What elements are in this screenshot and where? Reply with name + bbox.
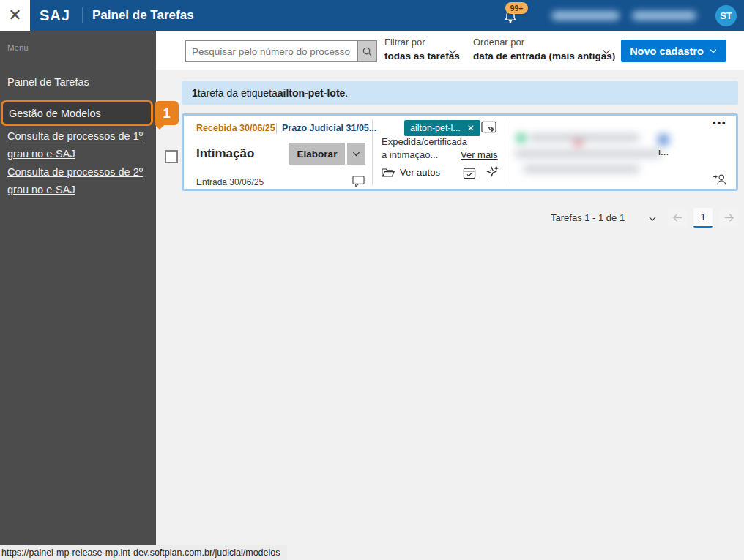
chevron-down-icon xyxy=(351,149,361,159)
arrow-right-icon xyxy=(723,213,734,223)
banner-text: tarefa da etiqueta xyxy=(198,87,278,99)
movement-text: Expedida/certificada xyxy=(382,136,467,147)
toolbar: Filtrar por todas as tarefas Ordenar por… xyxy=(156,31,744,70)
status-bar-url: https://painel-mp-release-mp.int-dev.sof… xyxy=(0,545,287,560)
received-date: Recebida 30/06/25 xyxy=(196,123,275,133)
ver-autos-link[interactable]: Ver autos xyxy=(382,167,440,178)
arrow-left-icon xyxy=(672,213,683,223)
ver-autos-label: Ver autos xyxy=(400,167,440,178)
chevron-down-icon[interactable] xyxy=(647,214,658,224)
tag-chip[interactable]: ailton-pet-l... ✕ xyxy=(404,120,480,136)
truncated-text: i... xyxy=(658,146,669,157)
task-card[interactable]: Recebida 30/06/25 Prazo Judicial 31/05..… xyxy=(182,113,738,191)
sort-value: data de entrada (mais antigas) xyxy=(473,49,615,63)
search-area xyxy=(185,40,377,62)
task-checkbox[interactable] xyxy=(165,150,178,163)
sidebar-menu-label: Menu xyxy=(7,43,29,52)
card-divider xyxy=(507,119,507,185)
topbar-divider xyxy=(82,7,83,23)
top-bar: ✕ SAJ Painel de Tarefas 99+ ST xyxy=(0,0,744,31)
redacted-user-role xyxy=(632,11,696,20)
sidebar-item-consulta-2-grau[interactable]: Consulta de processos de 2º grau no e-SA… xyxy=(7,163,152,198)
redacted-status-dot-green xyxy=(516,133,526,143)
sidebar: Menu Painel de Tarefas Gestão de Modelos… xyxy=(0,31,156,560)
banner-count: 1 xyxy=(192,87,198,99)
redacted-text-line xyxy=(524,165,639,173)
novo-cadastro-button[interactable]: Novo cadastro xyxy=(621,40,726,62)
elaborar-button[interactable]: Elaborar xyxy=(289,143,345,165)
previous-page-button[interactable] xyxy=(668,208,687,228)
redacted-text-line xyxy=(515,150,661,157)
sidebar-item-consulta-1-grau[interactable]: Consulta de processos de 1º grau no e-SA… xyxy=(7,127,152,163)
search-input[interactable] xyxy=(185,40,358,62)
tag-chip-label: ailton-pet-l... xyxy=(410,123,461,133)
novo-cadastro-label: Novo cadastro xyxy=(630,45,704,57)
redacted-text-line xyxy=(529,134,639,141)
redacted-process-info xyxy=(515,127,667,179)
comment-icon[interactable] xyxy=(352,176,365,187)
avatar[interactable]: ST xyxy=(715,5,737,26)
close-icon[interactable]: ✕ xyxy=(0,0,30,31)
chevron-down-icon xyxy=(709,47,718,56)
app-window: ✕ SAJ Painel de Tarefas 99+ ST Menu Pain… xyxy=(0,0,744,560)
sort-label: Ordenar por xyxy=(473,36,615,49)
sidebar-item-gestao-de-modelos[interactable]: Gestão de Modelos xyxy=(1,100,153,126)
judicial-deadline: Prazo Judicial 31/05... xyxy=(282,123,376,133)
redacted-user-name xyxy=(551,11,620,20)
page-number-1[interactable]: 1 xyxy=(693,208,713,228)
search-button[interactable] xyxy=(358,40,377,62)
elaborar-dropdown-button[interactable] xyxy=(347,143,365,165)
next-page-button[interactable] xyxy=(719,208,738,228)
annotation-badge-1: 1 xyxy=(155,101,179,125)
sidebar-item-painel-de-tarefas[interactable]: Painel de Tarefas xyxy=(7,76,89,88)
tag-filter-banner: 1 tarefa da etiqueta ailton-pet-lote. xyxy=(182,81,738,105)
chevron-down-icon[interactable] xyxy=(601,47,611,57)
pagination-summary: Tarefas 1 - 1 de 1 xyxy=(551,212,625,223)
entry-date: Entrada 30/06/25 xyxy=(196,177,264,187)
manage-tags-icon[interactable] xyxy=(481,121,496,134)
banner-tag-name: ailton-pet-lote xyxy=(278,87,346,99)
chevron-down-icon[interactable] xyxy=(447,47,458,57)
assign-person-icon[interactable] xyxy=(713,173,727,186)
date-separator xyxy=(276,123,277,134)
ver-mais-link[interactable]: Ver mais xyxy=(461,149,498,160)
redacted-highlight xyxy=(658,135,669,145)
more-options-icon[interactable]: ••• xyxy=(713,117,727,128)
search-icon xyxy=(362,46,373,57)
tag-remove-icon[interactable]: ✕ xyxy=(467,123,475,133)
sort-dropdown[interactable]: Ordenar por data de entrada (mais antiga… xyxy=(473,36,615,63)
page-title: Painel de Tarefas xyxy=(92,0,194,31)
sparkle-ai-icon[interactable] xyxy=(486,165,499,179)
saj-logo[interactable]: SAJ xyxy=(40,0,70,31)
notification-count-badge: 99+ xyxy=(505,2,528,14)
sidebar-item-label: Gestão de Modelos xyxy=(9,108,101,119)
banner-period: . xyxy=(345,87,348,99)
calendar-check-icon[interactable] xyxy=(463,167,476,179)
task-title: Intimação xyxy=(196,146,254,161)
open-folder-icon xyxy=(382,167,395,178)
movement-text: a intimação... xyxy=(382,149,438,160)
